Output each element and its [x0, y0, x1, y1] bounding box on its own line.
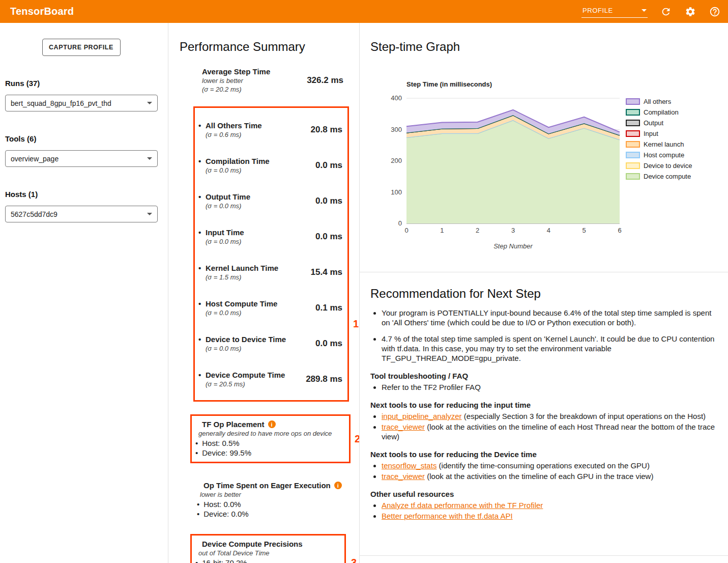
- link-analyze-tf-data-performance-with-the-tf-profiler[interactable]: Analyze tf.data performance with the TF …: [382, 501, 543, 510]
- breakdown-row: Device Compute Time(σ = 20.5 ms)289.8 ms: [198, 361, 342, 397]
- breakdown-list: All Others Time(σ = 0.6 ms)20.8 msCompil…: [198, 112, 342, 397]
- runs-select[interactable]: bert_squad_8gpu_fp16_pvt_thd: [5, 95, 158, 111]
- stat-item: Device: 99.5%: [194, 448, 345, 458]
- recommendation-text: (identify the time-consuming operations …: [436, 461, 650, 470]
- annotation-box-breakdown: All Others Time(σ = 0.6 ms)20.8 msCompil…: [193, 106, 349, 402]
- legend-entry: Kernel launch: [626, 140, 684, 148]
- svg-text:200: 200: [391, 157, 402, 164]
- recommendation-item: Better performance with the tf.data API: [382, 511, 716, 521]
- precisions-title: Device Compute Precisions: [202, 540, 303, 548]
- recommendation-section-list: input_pipeline_analyzer (especially Sect…: [382, 411, 716, 441]
- svg-text:100: 100: [391, 188, 402, 196]
- recommendation-text: (look at the activities on the timeline …: [382, 423, 715, 441]
- average-step-time-row: Average Step Time lower is better (σ = 2…: [202, 67, 343, 93]
- breakdown-row: Output Time(σ = 0.0 ms)0.0 ms: [198, 183, 342, 219]
- annotation-box-precisions: Device Compute Precisions out of Total D…: [190, 534, 346, 563]
- recommendation-text: (especially Section 3 for the breakdown …: [462, 412, 706, 420]
- header-toolbar: PROFILE: [581, 5, 721, 18]
- legend-entry: Host compute: [626, 151, 684, 159]
- chevron-down-icon: [147, 213, 152, 215]
- svg-text:All others: All others: [644, 98, 672, 105]
- recommendation-section-list: Analyze tf.data performance with the TF …: [382, 500, 716, 521]
- eager-note: lower is better: [200, 491, 346, 498]
- svg-text:Device compute: Device compute: [644, 173, 691, 180]
- dashboard-select-value: PROFILE: [583, 7, 613, 14]
- recommendation-section-list: Refer to the TF2 Profiler FAQ: [382, 382, 716, 392]
- link-input-pipeline-analyzer[interactable]: input_pipeline_analyzer: [382, 412, 462, 420]
- info-icon[interactable]: [268, 420, 276, 428]
- svg-text:Device to device: Device to device: [644, 162, 692, 170]
- breakdown-row: Compilation Time(σ = 0.0 ms)0.0 ms: [198, 148, 342, 183]
- tools-select[interactable]: overview_page: [5, 150, 158, 167]
- tools-label: Tools (6): [5, 134, 157, 143]
- annotation-number-1: 1: [353, 318, 359, 330]
- recommendation-item: Analyze tf.data performance with the TF …: [382, 500, 716, 510]
- step-time-chart-svg: 01002003004000123456Step Time (in millis…: [370, 58, 728, 262]
- legend-entry: All others: [626, 98, 672, 105]
- svg-text:Output: Output: [644, 119, 663, 127]
- recommendation-section-heading: Next tools to use for reducing the input…: [370, 401, 716, 409]
- annotation-number-3: 3: [351, 557, 357, 563]
- right-panel: Step-time Graph 01002003004000123456Step…: [360, 23, 728, 563]
- average-step-time-value: 326.2 ms: [307, 75, 343, 86]
- average-step-time-label: Average Step Time: [202, 67, 270, 76]
- link-better-performance-with-the-tf-data-api[interactable]: Better performance with the tf.data API: [382, 512, 513, 520]
- tf-op-placement-note: generally desired to have more ops on de…: [198, 430, 345, 437]
- recommendation-section-heading: Next tools to use for reducing the Devic…: [370, 450, 716, 459]
- link-trace-viewer[interactable]: trace_viewer: [382, 423, 425, 431]
- performance-summary-title: Performance Summary: [180, 40, 359, 54]
- link-trace-viewer[interactable]: trace_viewer: [382, 472, 425, 481]
- settings-gear-icon[interactable]: [684, 6, 696, 18]
- hosts-label: Hosts (1): [5, 190, 157, 199]
- link-tensorflow-stats[interactable]: tensorflow_stats: [382, 461, 436, 470]
- info-icon[interactable]: [334, 482, 342, 489]
- app-header: TensorBoard PROFILE: [0, 0, 728, 23]
- legend-entry: Output: [626, 119, 663, 127]
- stat-item: Device: 0.0%: [196, 509, 346, 519]
- eager-items: Host: 0.0%Device: 0.0%: [196, 499, 346, 519]
- stat-item: 16-bit: 70.2%: [194, 558, 340, 563]
- breakdown-row: Input Time(σ = 0.0 ms)0.0 ms: [198, 219, 342, 255]
- recommendation-item: tensorflow_stats (identify the time-cons…: [382, 461, 716, 470]
- recommendation-text: Refer to the TF2 Profiler FAQ: [382, 383, 481, 391]
- recommendation-sections: Tool troubleshooting / FAQRefer to the T…: [370, 372, 716, 521]
- svg-text:Kernel launch: Kernel launch: [644, 140, 684, 148]
- recommendation-section-heading: Tool troubleshooting / FAQ: [370, 372, 716, 380]
- annotation-number-2: 2: [355, 433, 360, 445]
- tf-op-items: Host: 0.5%Device: 99.5%: [194, 438, 345, 458]
- chevron-down-icon: [147, 157, 152, 160]
- svg-text:Step Time (in milliseconds): Step Time (in milliseconds): [406, 80, 492, 88]
- stat-item: Host: 0.5%: [194, 438, 345, 448]
- svg-text:Step Number: Step Number: [493, 242, 533, 250]
- svg-text:1: 1: [440, 227, 444, 234]
- help-icon[interactable]: [709, 6, 721, 18]
- precisions-note: out of Total Device Time: [198, 549, 340, 557]
- chevron-down-icon: [147, 102, 152, 104]
- step-time-graph-section: Step-time Graph 01002003004000123456Step…: [360, 23, 728, 272]
- dashboard-select[interactable]: PROFILE: [581, 5, 648, 18]
- breakdown-row: All Others Time(σ = 0.6 ms)20.8 ms: [198, 112, 342, 148]
- svg-text:Host compute: Host compute: [644, 151, 684, 159]
- legend-entry: Input: [626, 130, 658, 137]
- average-step-time-note: lower is better: [202, 77, 270, 85]
- hosts-select[interactable]: 5627c5dd7dc9: [5, 206, 158, 222]
- step-time-chart[interactable]: 01002003004000123456Step Time (in millis…: [370, 58, 728, 264]
- recommendation-bullets: Your program is POTENTIALLY input-bound …: [382, 308, 716, 363]
- hosts-select-value: 5627c5dd7dc9: [11, 210, 57, 218]
- precision-items: 16-bit: 70.2%32-bit: 29.8%: [194, 558, 340, 563]
- legend-entry: Compilation: [626, 108, 679, 116]
- recommendation-bullet: 4.7 % of the total step time sampled is …: [382, 334, 716, 363]
- step-time-graph-title: Step-time Graph: [370, 40, 728, 54]
- reload-icon[interactable]: [660, 6, 672, 18]
- runs-label: Runs (37): [5, 79, 157, 88]
- capture-profile-button[interactable]: CAPTURE PROFILE: [42, 39, 121, 56]
- annotation-box-tf-op-placement: TF Op Placement generally desired to hav…: [190, 414, 351, 463]
- legend-entry: Device compute: [626, 173, 691, 180]
- tools-select-value: overview_page: [11, 155, 59, 163]
- recommendation-section-heading: Other useful resources: [370, 490, 716, 498]
- app-title: TensorBoard: [10, 6, 74, 17]
- svg-text:5: 5: [583, 227, 586, 234]
- eager-title: Op Time Spent on Eager Execution: [203, 481, 331, 490]
- recommendation-section: Recommendation for Next Step Your progra…: [360, 272, 728, 556]
- recommendation-text: (look at the activities on the timeline …: [425, 472, 653, 481]
